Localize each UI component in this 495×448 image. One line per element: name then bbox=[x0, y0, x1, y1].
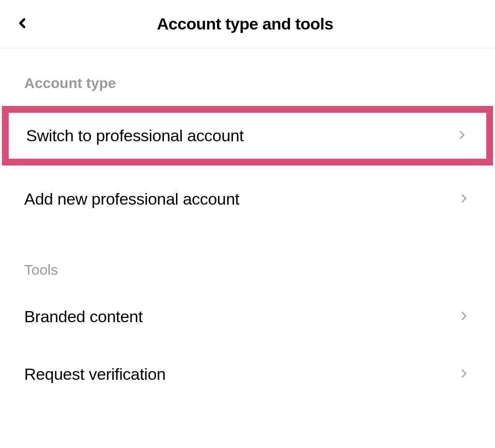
list-item-label: Switch to professional account bbox=[26, 126, 244, 145]
switch-to-professional-account-item[interactable]: Switch to professional account bbox=[2, 106, 493, 165]
list-item-label: Branded content bbox=[24, 307, 143, 326]
chevron-right-icon bbox=[457, 309, 471, 325]
page-title: Account type and tools bbox=[157, 15, 334, 33]
list-item-label: Request verification bbox=[24, 365, 166, 384]
chevron-left-icon bbox=[15, 15, 30, 32]
back-button[interactable] bbox=[15, 15, 30, 32]
account-type-section-header: Account type bbox=[0, 48, 495, 106]
section-divider bbox=[0, 223, 495, 235]
add-new-professional-account-item[interactable]: Add new professional account bbox=[0, 175, 495, 223]
chevron-right-icon bbox=[457, 192, 471, 207]
list-item-label: Add new professional account bbox=[24, 190, 239, 209]
branded-content-item[interactable]: Branded content bbox=[0, 293, 495, 341]
chevron-right-icon bbox=[455, 128, 469, 144]
chevron-right-icon bbox=[457, 367, 471, 382]
request-verification-item[interactable]: Request verification bbox=[0, 350, 495, 398]
header: Account type and tools bbox=[0, 0, 495, 48]
tools-section-header: Tools bbox=[0, 235, 495, 293]
